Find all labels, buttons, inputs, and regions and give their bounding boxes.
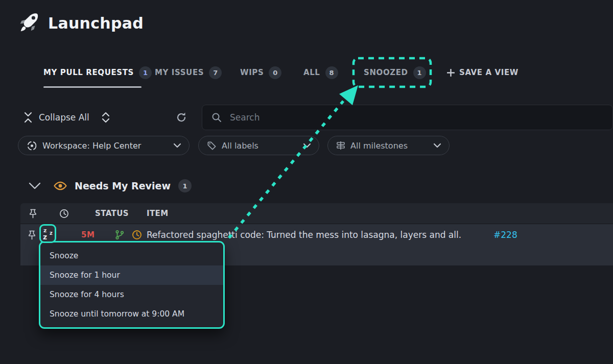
tab-snoozed[interactable]: SNOOZED 1 [364, 65, 426, 80]
page-title: Launchpad [48, 14, 144, 32]
chevron-down-icon [303, 143, 311, 148]
snooze-menu-title: Snooze [40, 246, 223, 265]
snooze-zz-button[interactable]: z z z [39, 224, 56, 243]
expand-all-button[interactable] [101, 108, 111, 127]
rocket-icon [18, 12, 40, 34]
search-box [202, 105, 613, 130]
pin-column-icon [29, 209, 37, 219]
pr-number-link[interactable]: #228 [493, 224, 517, 246]
section-count-badge: 1 [178, 179, 192, 192]
save-a-view-label: SAVE A VIEW [459, 68, 518, 77]
milestones-filter[interactable]: All milestones [327, 136, 450, 155]
workspace-filter[interactable]: Workspace: Help Center [18, 136, 190, 155]
labels-filter[interactable]: All labels [198, 136, 319, 155]
tab-my-pull-requests[interactable]: MY PULL REQUESTS 1 [43, 65, 152, 80]
save-a-view-button[interactable]: SAVE A VIEW [447, 65, 518, 80]
git-branch-icon [115, 230, 124, 240]
plus-icon [447, 69, 455, 77]
active-tab-underline [43, 86, 142, 88]
search-input[interactable] [230, 112, 603, 123]
collapse-all-label: Collapse All [39, 112, 89, 123]
menu-item-snooze-1-hour[interactable]: Snooze for 1 hour [40, 265, 223, 285]
status-column-header: STATUS [95, 209, 129, 218]
tab-my-issues[interactable]: MY ISSUES 7 [155, 65, 222, 80]
section-header-needs-my-review: Needs My Review 1 [29, 178, 192, 194]
tab-count-badge: 0 [269, 66, 281, 79]
milestone-icon [336, 141, 345, 150]
search-icon [211, 112, 222, 123]
collapse-all-button[interactable]: Collapse All [23, 108, 89, 127]
table-header-row: STATUS ITEM [20, 203, 613, 224]
section-title: Needs My Review [75, 180, 171, 191]
tab-label: ALL [303, 68, 320, 77]
tab-wips[interactable]: WIPS 0 [240, 65, 281, 80]
tab-all[interactable]: ALL 8 [303, 65, 338, 80]
expand-all-icon [101, 112, 111, 123]
section-collapse-chevron-icon[interactable] [29, 182, 41, 189]
snooze-column-clock-icon [59, 209, 69, 219]
annotation-arrow-head [339, 85, 358, 105]
tab-label: MY ISSUES [155, 68, 204, 77]
app-header: Launchpad [18, 12, 144, 34]
eye-icon [54, 181, 67, 190]
tab-count-badge: 7 [209, 66, 222, 79]
tab-label: WIPS [240, 68, 264, 77]
snooze-menu: Snooze Snooze for 1 hour Snooze for 4 ho… [39, 241, 225, 329]
refresh-icon [175, 111, 187, 124]
collapse-all-icon [23, 112, 33, 123]
refresh-button[interactable] [175, 108, 187, 127]
pin-row-button[interactable] [28, 224, 36, 246]
tab-count-badge: 1 [413, 66, 426, 79]
tag-icon [207, 141, 217, 151]
milestones-filter-label: All milestones [350, 141, 408, 151]
launchpad-page: Launchpad MY PULL REQUESTS 1 MY ISSUES 7… [0, 0, 613, 364]
tab-count-badge: 1 [139, 66, 152, 79]
tab-label: MY PULL REQUESTS [43, 68, 134, 77]
menu-item-snooze-4-hours[interactable]: Snooze for 4 hours [40, 285, 223, 304]
pin-icon [28, 230, 36, 240]
tab-label: SNOOZED [364, 68, 408, 77]
labels-filter-label: All labels [222, 141, 258, 151]
tab-count-badge: 8 [325, 66, 338, 79]
chevron-down-icon [174, 143, 181, 148]
workspace-icon [27, 140, 37, 151]
menu-item-snooze-until-tomorrow[interactable]: Snooze until tomorrow at 9:00 AM [40, 304, 223, 324]
item-column-header: ITEM [147, 209, 169, 218]
clock-icon [132, 230, 142, 240]
workspace-filter-label: Workspace: Help Center [42, 141, 141, 151]
chevron-down-icon [434, 143, 441, 148]
